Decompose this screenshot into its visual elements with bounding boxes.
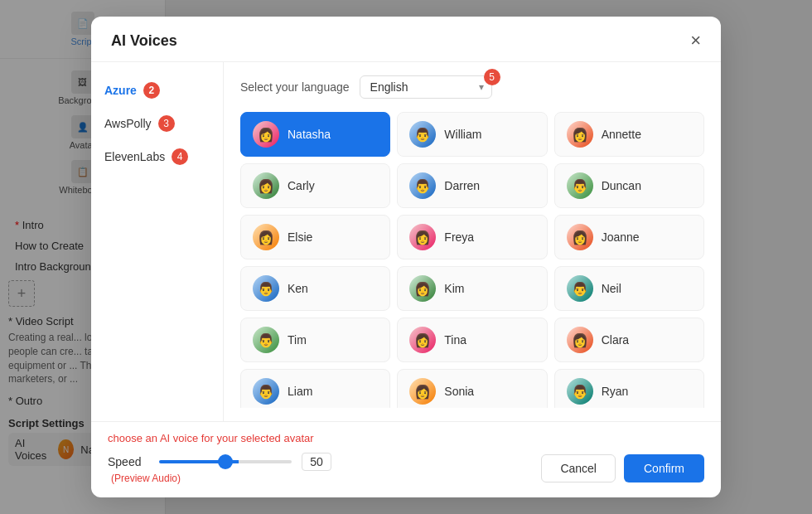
- voice-card-william[interactable]: 👨 William: [397, 112, 547, 157]
- voice-card-annette[interactable]: 👩 Annette: [554, 112, 704, 157]
- voice-card-liam[interactable]: 👨 Liam: [240, 369, 390, 408]
- voice-name-ryan: Ryan: [602, 385, 629, 398]
- provider-awspolly-badge: 3: [158, 115, 175, 132]
- voice-avatar-elsie: 👩: [253, 224, 279, 250]
- voice-name-kim: Kim: [444, 282, 464, 295]
- provider-elevenlabs-label: ElevenLabs: [104, 150, 165, 163]
- speed-label: Speed: [108, 455, 149, 468]
- voice-avatar-william: 👨: [409, 121, 436, 148]
- voice-card-tim[interactable]: 👨 Tim: [240, 318, 390, 362]
- voice-grid: 👩 Natasha 👨 William 👩 Annette 👩 Car: [240, 112, 704, 408]
- voice-card-ryan[interactable]: 👨 Ryan: [554, 369, 704, 408]
- modal-bottom: choose an AI voice for your selected ava…: [91, 421, 721, 497]
- voice-avatar-ken: 👨: [253, 275, 279, 302]
- voice-avatar-liam: 👨: [253, 378, 279, 405]
- voice-avatar-sonia: 👩: [409, 378, 436, 405]
- voice-avatar-freya: 👩: [409, 224, 436, 250]
- voice-card-carly[interactable]: 👩 Carly: [240, 163, 390, 208]
- voice-name-annette: Annette: [602, 128, 641, 141]
- language-select-wrapper: English Spanish French German Chinese ▾ …: [360, 75, 492, 99]
- language-badge: 5: [484, 69, 500, 85]
- provider-awspolly[interactable]: AwsPolly 3: [91, 109, 223, 138]
- voice-avatar-annette: 👩: [567, 121, 593, 148]
- voice-card-darren[interactable]: 👨 Darren: [397, 163, 547, 208]
- voice-name-tina: Tina: [444, 333, 466, 347]
- voice-card-joanne[interactable]: 👩 Joanne: [554, 215, 704, 259]
- voice-avatar-ryan: 👨: [567, 378, 593, 405]
- modal-header: AI Voices ×: [91, 17, 721, 62]
- voice-name-neil: Neil: [602, 282, 621, 295]
- voice-avatar-joanne: 👩: [567, 224, 593, 250]
- voice-avatar-kim: 👩: [409, 275, 436, 302]
- language-select[interactable]: English Spanish French German Chinese: [360, 75, 492, 99]
- voice-card-sonia[interactable]: 👩 Sonia: [397, 369, 547, 408]
- voice-card-elsie[interactable]: 👩 Elsie: [240, 215, 390, 259]
- provider-elevenlabs[interactable]: ElevenLabs 4: [91, 142, 223, 172]
- voice-card-tina[interactable]: 👩 Tina: [397, 318, 547, 362]
- voice-avatar-carly: 👩: [253, 172, 279, 199]
- speed-slider[interactable]: [159, 460, 292, 463]
- provider-awspolly-label: AwsPolly: [104, 117, 152, 130]
- voice-name-natasha: Natasha: [288, 128, 331, 141]
- voice-avatar-clara: 👩: [567, 327, 593, 353]
- confirm-button[interactable]: Confirm: [624, 454, 704, 482]
- voice-name-tim: Tim: [288, 333, 307, 347]
- voice-card-clara[interactable]: 👩 Clara: [554, 318, 704, 362]
- voice-name-william: William: [444, 128, 481, 141]
- voice-avatar-neil: 👨: [567, 275, 593, 302]
- modal-right-panel: Select your language English Spanish Fre…: [224, 62, 721, 421]
- voice-name-freya: Freya: [444, 230, 474, 244]
- modal-overlay: AI Voices × Azure 2 AwsPolly 3 ElevenLab…: [0, 0, 812, 514]
- speed-row: Speed 50: [108, 453, 331, 471]
- bottom-actions: Cancel Confirm: [541, 454, 704, 482]
- voice-avatar-duncan: 👨: [567, 172, 593, 199]
- voice-avatar-darren: 👨: [409, 172, 436, 199]
- cancel-button[interactable]: Cancel: [541, 454, 616, 482]
- modal-left-panel: Azure 2 AwsPolly 3 ElevenLabs 4: [91, 62, 224, 421]
- ai-voices-modal: AI Voices × Azure 2 AwsPolly 3 ElevenLab…: [91, 17, 721, 497]
- voice-name-carly: Carly: [288, 179, 315, 192]
- voice-avatar-tim: 👨: [253, 327, 279, 353]
- preview-audio-label: (Preview Audio): [111, 473, 331, 484]
- provider-azure[interactable]: Azure 2: [91, 75, 223, 105]
- voice-card-neil[interactable]: 👨 Neil: [554, 266, 704, 311]
- voice-card-natasha[interactable]: 👩 Natasha: [240, 112, 390, 157]
- voice-name-clara: Clara: [602, 333, 629, 347]
- voice-name-sonia: Sonia: [444, 385, 474, 398]
- voice-avatar-natasha: 👩: [253, 121, 279, 148]
- modal-body: Azure 2 AwsPolly 3 ElevenLabs 4 Select y…: [91, 62, 721, 421]
- hint-text: choose an AI voice for your selected ava…: [108, 432, 704, 444]
- voice-avatar-tina: 👩: [409, 327, 436, 353]
- speed-value: 50: [302, 453, 331, 471]
- provider-azure-badge: 2: [143, 82, 160, 99]
- voice-name-elsie: Elsie: [288, 230, 312, 244]
- voice-name-liam: Liam: [288, 385, 312, 398]
- modal-title: AI Voices: [111, 32, 177, 50]
- language-select-row: Select your language English Spanish Fre…: [240, 75, 704, 99]
- voice-card-freya[interactable]: 👩 Freya: [397, 215, 547, 259]
- language-label: Select your language: [240, 80, 350, 94]
- provider-azure-label: Azure: [104, 84, 137, 97]
- voice-card-ken[interactable]: 👨 Ken: [240, 266, 390, 311]
- voice-name-joanne: Joanne: [602, 230, 640, 244]
- provider-elevenlabs-badge: 4: [172, 148, 188, 165]
- voice-name-darren: Darren: [444, 179, 480, 192]
- voice-name-duncan: Duncan: [602, 179, 641, 192]
- voice-card-duncan[interactable]: 👨 Duncan: [554, 163, 704, 208]
- voice-card-kim[interactable]: 👩 Kim: [397, 266, 547, 311]
- modal-close-button[interactable]: ×: [690, 32, 701, 50]
- voice-name-ken: Ken: [288, 282, 308, 295]
- speed-and-actions: Speed 50 (Preview Audio) Cancel Confirm: [108, 453, 704, 484]
